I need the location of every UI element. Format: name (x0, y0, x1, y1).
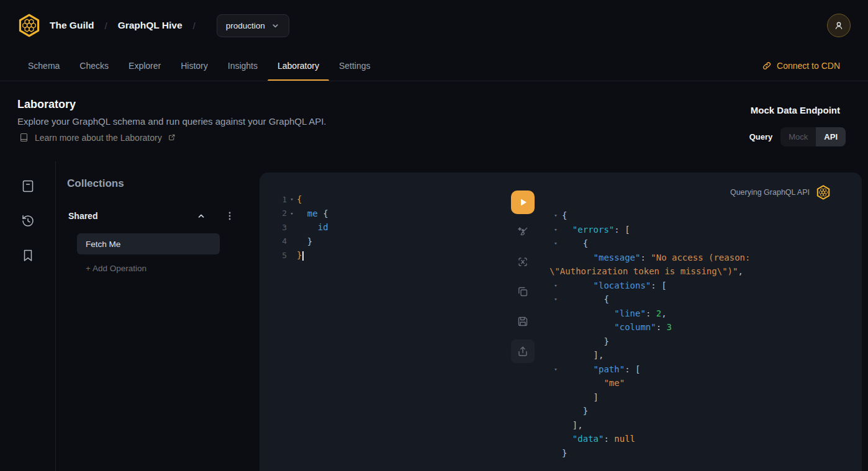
org-breadcrumb[interactable]: The Guild (50, 20, 94, 31)
token-punc: { (604, 294, 608, 304)
fold-arrow-icon[interactable]: ▾ (287, 210, 297, 217)
rail-history-button[interactable] (20, 213, 35, 228)
prettify-icon (516, 225, 530, 239)
tab-checks[interactable]: Checks (70, 51, 119, 81)
token-punc: } (562, 448, 567, 458)
fold-arrow-icon[interactable]: ▾ (287, 196, 297, 202)
chevron-up-icon[interactable] (196, 211, 206, 221)
connect-to-cdn-button[interactable]: Connect to CDN (762, 51, 840, 81)
endpoint-mode-group: MockAPI (780, 127, 846, 146)
token-key2: "locations" (594, 280, 651, 290)
token-punc: } (307, 236, 312, 246)
tab-schema[interactable]: Schema (18, 51, 70, 81)
collections-panel: Collections Shared Fetch Me + Add Operat… (56, 161, 260, 471)
query-editor-lines: 1▾{2▾ me {3 id4 }5} (260, 173, 508, 262)
copy-button[interactable] (511, 280, 535, 303)
rail-bookmarks-button[interactable] (20, 248, 35, 263)
editor-line: 1▾{ (260, 192, 508, 207)
token-punc: { (318, 209, 328, 218)
code-text: } (562, 448, 567, 458)
learn-more-link[interactable]: Learn more about the Laboratory (19, 132, 176, 143)
token-punc: : (656, 322, 667, 332)
response-line: "data": null (549, 432, 862, 446)
code-text: "path": [ (562, 364, 640, 374)
code-text: { (562, 294, 609, 304)
code-text: ], (562, 420, 583, 430)
fold-arrow-icon[interactable]: ▾ (549, 240, 562, 246)
rail-collections-button[interactable] (20, 179, 35, 194)
token-punc: { (583, 238, 588, 248)
avatar[interactable] (827, 14, 851, 37)
fold-arrow-icon[interactable]: ▾ (549, 366, 562, 372)
editor-line: 5} (260, 248, 508, 262)
token-str: "me" (604, 378, 625, 388)
query-editor[interactable]: 1▾{2▾ me {3 id4 }5} (260, 173, 508, 471)
execute-query-button[interactable] (511, 191, 535, 214)
hive-logo-icon[interactable] (17, 14, 41, 37)
response-line: ▾{ (549, 209, 862, 223)
response-line: "column": 3 (549, 320, 862, 334)
token-plain (562, 280, 594, 290)
fold-arrow-icon[interactable]: ▾ (549, 296, 562, 302)
tab-laboratory[interactable]: Laboratory (268, 51, 329, 81)
token-punc: ], (594, 350, 604, 360)
endpoint-option-api[interactable]: API (816, 127, 846, 146)
connect-to-cdn-label: Connect to CDN (777, 61, 840, 71)
response-header: Querying GraphQL API (730, 185, 831, 200)
response-line: ▾ { (549, 292, 862, 307)
endpoint-controls: Query MockAPI (749, 127, 846, 146)
share-button[interactable] (511, 339, 535, 363)
fold-arrow-icon[interactable]: ▾ (549, 212, 562, 218)
target-selector-button[interactable]: production (217, 14, 289, 37)
nav-tabs: SchemaChecksExplorerHistoryInsightsLabor… (0, 51, 868, 81)
response-status-label: Querying GraphQL API (730, 188, 810, 197)
token-punc: { (562, 210, 567, 220)
collection-item[interactable]: Fetch Me (77, 233, 220, 254)
merge-button[interactable] (511, 250, 535, 274)
kebab-menu-icon[interactable] (225, 210, 235, 222)
text-cursor (302, 251, 304, 261)
endpoint-option-mock[interactable]: Mock (780, 127, 816, 146)
tab-history[interactable]: History (171, 51, 218, 81)
bookmark-icon (20, 248, 35, 263)
token-punc: : (646, 308, 656, 318)
response-line: \"Authorization token is missing\")", (549, 264, 862, 279)
book-icon (19, 132, 29, 143)
token-field: me (307, 209, 318, 218)
prettify-button[interactable] (511, 220, 535, 244)
tab-insights[interactable]: Insights (218, 51, 268, 81)
code-text: { (297, 194, 302, 204)
token-punc: : [ (651, 280, 666, 290)
history-icon (20, 213, 35, 228)
code-text: } (562, 336, 609, 346)
editor-line: 3 id (260, 220, 508, 235)
code-text: } (297, 236, 312, 246)
add-operation-button[interactable]: + Add Operation (86, 264, 147, 273)
token-key2: "message" (594, 253, 641, 262)
token-plain (562, 364, 594, 374)
token-punc: : (640, 253, 651, 262)
endpoint-mode-label: Query (749, 132, 773, 141)
token-punc: : [ (625, 364, 640, 374)
line-number: 4 (260, 236, 287, 246)
save-button[interactable] (511, 310, 535, 333)
response-line: "me" (549, 376, 862, 390)
code-text: { (562, 238, 588, 248)
response-line: } (549, 446, 862, 460)
project-breadcrumb[interactable]: GraphQL Hive (118, 20, 183, 31)
tab-explorer[interactable]: Explorer (119, 51, 171, 81)
code-text: } (562, 406, 588, 416)
token-punc: } (583, 406, 588, 416)
tab-settings[interactable]: Settings (329, 51, 381, 81)
token-key1: "data" (572, 434, 604, 444)
code-text: me { (297, 209, 328, 218)
line-number: 3 (260, 223, 287, 232)
token-plain (562, 406, 583, 416)
breadcrumb-separator: / (104, 20, 107, 31)
token-plain (562, 336, 604, 346)
left-rail (0, 161, 56, 471)
fold-arrow-icon[interactable]: ▾ (549, 227, 562, 233)
code-text: "errors": [ (562, 225, 630, 235)
fold-arrow-icon[interactable]: ▾ (549, 282, 562, 289)
token-key2: "path" (594, 364, 625, 374)
